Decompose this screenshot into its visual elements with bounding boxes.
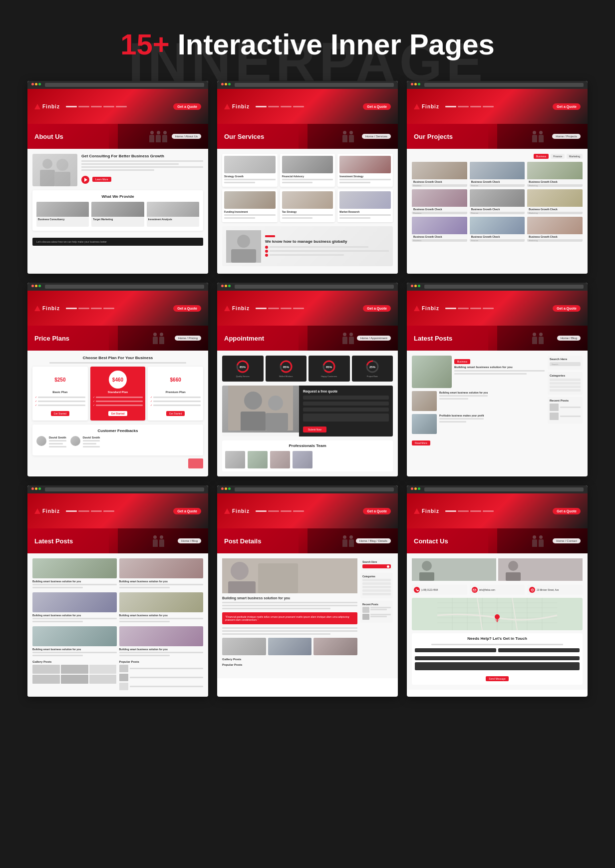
nav-cta-btn-4[interactable]: Get a Quote <box>173 305 201 312</box>
provide-item-1: Business Consultancy <box>36 202 89 227</box>
contact-message-field[interactable] <box>415 662 580 670</box>
project-9: Business Growth Check Marketing <box>527 217 583 242</box>
page-label-posts1: Latest Posts <box>414 335 452 342</box>
form-phone-field[interactable] <box>303 408 389 412</box>
consulting-heading: Get Consulting For Better Business Growt… <box>81 154 203 158</box>
category-3 <box>550 386 581 388</box>
nav-cta-btn-8[interactable]: Get a Quote <box>363 508 391 514</box>
minimize-dot <box>35 83 37 85</box>
filter-finance[interactable]: Finance <box>551 154 565 159</box>
provide-item-2: Target Marketing <box>91 202 144 227</box>
filter-all[interactable]: Business <box>534 154 549 159</box>
form-submit-btn[interactable]: Submit Now <box>303 427 326 433</box>
contact-email-text: info@finbiz.com <box>479 589 495 591</box>
address-bar-3 <box>424 83 584 87</box>
nav-cta-btn-7[interactable]: Get a Quote <box>173 508 201 514</box>
learn-more-btn[interactable]: Learn More <box>92 177 111 182</box>
svg-rect-7 <box>231 249 256 263</box>
hero-breadcrumb-8: Home / Blog / Details <box>356 538 391 543</box>
nav-dot-2 <box>78 106 89 107</box>
nav-dot-2-2 <box>268 106 279 107</box>
form-name-field[interactable] <box>303 396 389 400</box>
about-hero-img <box>32 154 77 186</box>
logo-text: Finbiz <box>42 104 60 109</box>
window-controls-3 <box>411 83 420 85</box>
post-category-badge: Business <box>454 359 470 364</box>
contact-name-field[interactable] <box>415 648 496 652</box>
hero-banner-3: Our Projects Home / Projects <box>407 124 588 149</box>
card-appointment: Finbiz Get a Quote Appointment Home / <box>217 283 398 476</box>
posts-grid-item-5: Building smart business solution for you <box>32 626 117 658</box>
play-button[interactable] <box>81 176 89 184</box>
post-detail-sidebar: Search Here Categories Rec <box>360 558 393 666</box>
project-2: Business Growth Check Finance <box>470 162 525 187</box>
nav-cta-btn-5[interactable]: Get a Quote <box>363 305 391 312</box>
filter-marketing[interactable]: Marketing <box>567 154 583 159</box>
main-post-title: Building smart business solution for you <box>454 366 545 369</box>
nav-cta-btn-9[interactable]: Get a Quote <box>553 508 581 514</box>
price-cta-standard[interactable]: Get Started <box>108 411 128 416</box>
quote-form-section: Request a free quote Submit Now <box>222 386 393 436</box>
sidebar-recent-2: Recent Posts <box>360 601 393 623</box>
service-label-4: Funding Investment <box>224 210 276 213</box>
logo-3: Finbiz <box>414 104 439 109</box>
service-label-3: Investment Strategy <box>339 175 391 178</box>
svg-rect-34 <box>506 572 521 581</box>
services-global-section: We know how to manage business globally <box>222 226 393 266</box>
circle-chart-1: 85% <box>236 360 250 374</box>
nav-cta-btn-3[interactable]: Get a Quote <box>553 103 581 110</box>
contact-email-field[interactable] <box>498 648 580 652</box>
svg-text:25%: 25% <box>369 366 376 369</box>
service-label-2: Financial Advisory <box>282 175 333 178</box>
price-cta-premium[interactable]: Get Started <box>166 411 185 416</box>
service-1: Strategy Growth <box>222 154 278 187</box>
contact-address-item: 23 Miniver Street, Ave <box>527 585 583 595</box>
contact-address-text: 23 Miniver Street, Ave <box>537 589 559 591</box>
card-nav-6: Finbiz Get a Quote <box>407 291 588 326</box>
contact-subject-field[interactable] <box>415 656 580 660</box>
page-label-posts2: Latest Posts <box>34 537 73 545</box>
service-text-2 <box>224 182 255 183</box>
contact-email-item: info@finbiz.com <box>470 585 525 595</box>
svg-point-6 <box>237 235 250 248</box>
stat-3: 85% Happy Customers <box>308 356 350 382</box>
services-global-img <box>226 230 261 263</box>
posts-sidebar-1: Search Here Search... Categories <box>548 356 583 446</box>
price-cta-basic[interactable]: Get Started <box>51 411 70 416</box>
sidebar-categories-2: Categories <box>360 573 393 598</box>
hero-banner-7: Latest Posts Home / Blog <box>27 528 208 553</box>
window-controls-2 <box>221 83 231 85</box>
svg-point-3 <box>56 159 68 171</box>
window-controls-4 <box>31 285 41 287</box>
page-label-services: Our Services <box>224 133 264 140</box>
sidebar-search-input[interactable]: Search... <box>550 362 581 366</box>
close-dot <box>31 83 34 85</box>
svg-point-26 <box>231 562 249 580</box>
appointment-body: 85% Quality Service 85% Skilled Workers <box>217 351 398 476</box>
provide-img-1 <box>36 202 89 217</box>
logo-icon-3 <box>414 104 420 109</box>
nav-cta-btn-2[interactable]: Get a Quote <box>363 103 391 110</box>
category-2 <box>550 382 581 385</box>
nav-items-2 <box>256 106 304 107</box>
search-widget: Search Here Search... <box>548 356 583 370</box>
form-message-field[interactable] <box>303 414 389 422</box>
nav-cta-btn[interactable]: Get a Quote <box>173 103 201 110</box>
form-email-field[interactable] <box>303 402 389 406</box>
service-label-1: Strategy Growth <box>224 175 276 178</box>
service-text-1 <box>224 179 276 180</box>
stat-label-4: Project Rate <box>354 375 391 378</box>
contact-img-2 <box>498 558 583 581</box>
service-label-6: Market Research <box>339 210 391 213</box>
location-icon <box>529 587 535 593</box>
card-latest-posts-1: Finbiz Get a Quote Latest Posts Home / <box>407 283 588 476</box>
browser-topbar-9 <box>407 485 588 493</box>
post-quote: "Financial gratitude tristique mattis te… <box>222 612 357 624</box>
price-amount-premium: $660 <box>167 371 185 389</box>
nav-cta-btn-6[interactable]: Get a Quote <box>553 305 581 312</box>
logo-6: Finbiz <box>414 306 439 311</box>
contact-submit-btn[interactable]: Send Message <box>486 676 508 681</box>
globally-heading: We know how to manage business globally <box>265 239 389 244</box>
what-we-provide-section: What We Provide Business Consultancy Tar… <box>32 190 203 231</box>
post-read-more[interactable]: Read More <box>412 440 430 445</box>
